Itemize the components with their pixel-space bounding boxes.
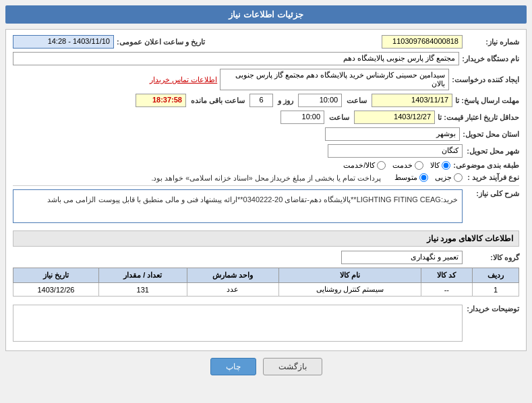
goods-group-label: گروه کالا: [465, 253, 519, 262]
purchase-option-jozi-label: جزیی [435, 173, 452, 182]
need-number-label: شماره نیاز: [465, 38, 519, 46]
goods-table-section: ردیف کد کالا نام کالا واحد شمارش تعداد /… [13, 268, 519, 297]
cell-name: سیستم کنترل روشنایی [278, 283, 421, 297]
response-time: 10:00 [298, 94, 342, 107]
price-date: 1403/12/27 [354, 111, 435, 124]
city-label: شهر محل تحویل: [465, 147, 519, 156]
page-wrapper: جزئیات اطلاعات نیاز شماره نیاز: 11030976… [0, 0, 532, 403]
description-text: خرید:LIGHTING FITING CEAG**پالایشگاه دهم… [47, 195, 458, 204]
cell-date: 1403/12/26 [13, 283, 99, 297]
cell-quantity: 131 [98, 283, 187, 297]
category-radio-kala-khedmat[interactable] [377, 161, 386, 170]
print-button[interactable]: چاپ [210, 358, 256, 375]
row-buyer-note: توضیحات خریدار: [13, 302, 519, 342]
category-option-kala: کالا [430, 161, 450, 170]
category-radio-group: کالا خدمت کالا/خدمت [343, 161, 450, 170]
page-title: جزئیات اطلاعات نیاز [229, 9, 303, 20]
date-label: تاریخ و ساعت اعلان عمومی: [117, 38, 205, 46]
category-option-khedmat: خدمت [392, 161, 423, 170]
col-unit: واحد شمارش [187, 268, 278, 283]
cell-code: -- [421, 283, 473, 297]
category-option-kala-khedmat-label: کالا/خدمت [343, 161, 375, 170]
cell-unit: عدد [187, 283, 278, 297]
page-header: جزئیات اطلاعات نیاز [5, 5, 527, 24]
main-card: شماره نیاز: 1103097684000818 تاریخ و ساع… [5, 29, 527, 351]
col-code: کد کالا [421, 268, 473, 283]
purchase-option-jozi: جزیی [435, 173, 463, 182]
description-value: خرید:LIGHTING FITING CEAG**پالایشگاه دهم… [13, 189, 463, 223]
col-row: ردیف [473, 268, 519, 283]
purchase-type-label: نوع فرآیند خرید : [465, 173, 519, 182]
category-option-khedmat-label: خدمت [392, 161, 413, 170]
purchase-option-motevaset-label: متوسط [394, 173, 417, 182]
description-label: شرح کلی نیاز: [465, 189, 519, 198]
col-date: تاریخ نیاز [13, 268, 99, 283]
row-purchase-type: نوع فرآیند خرید : جزیی متوسط پرداخت تمام… [13, 173, 519, 182]
price-deadline-label: حداقل تاریخ اعتبار قیمت: تا [438, 113, 519, 122]
province-value: بوشهر [325, 127, 460, 141]
row-response-deadline: مهلت ارسال پاسخ: تا 1403/11/17 ساعت 10:0… [13, 94, 519, 107]
col-qty: تعداد / مقدار [98, 268, 187, 283]
province-label: استان محل تحویل: [463, 130, 519, 139]
response-day: 6 [249, 94, 273, 107]
goods-table: ردیف کد کالا نام کالا واحد شمارش تعداد /… [13, 268, 519, 297]
buyer-note-label: توضیحات خریدار: [465, 302, 519, 313]
col-name: نام کالا [278, 268, 421, 283]
response-time-label: ساعت [347, 96, 367, 105]
row-need-number: شماره نیاز: 1103097684000818 تاریخ و ساع… [13, 35, 519, 49]
buyer-note-box [13, 305, 463, 342]
response-date: 1403/11/17 [372, 94, 452, 107]
button-bar: بازگشت چاپ [5, 358, 527, 375]
row-city: شهر محل تحویل: کنگان [13, 144, 519, 158]
city-value: کنگان [328, 144, 463, 158]
contact-link[interactable]: اطلاعات تماس خریدار [150, 75, 217, 84]
purchase-radio-jozi[interactable] [454, 173, 463, 182]
category-option-kala-khedmat: کالا/خدمت [343, 161, 386, 170]
purchase-radio-group: جزیی متوسط [394, 173, 463, 182]
buyer-value: مجتمع گاز پارس جنوبی پالایشگاه دهم [13, 52, 459, 65]
category-radio-khedmat[interactable] [415, 161, 423, 170]
price-time-label: ساعت [329, 113, 349, 122]
category-label: طبقه بندی موضوعی: [453, 161, 519, 170]
back-button[interactable]: بازگشت [263, 358, 322, 375]
goods-info-title: اطلاعات کالاهای مورد نیاز [13, 230, 519, 247]
creator-label: ایجاد کننده درخواست: [452, 75, 519, 84]
response-day-label: روز و [278, 96, 293, 105]
row-province: استان محل تحویل: بوشهر [13, 127, 519, 141]
goods-group-value: تعمیر و نگهداری [341, 251, 463, 264]
row-description: شرح کلی نیاز: خرید:LIGHTING FITING CEAG*… [13, 189, 519, 227]
purchase-radio-motevaset[interactable] [419, 173, 428, 182]
category-option-kala-label: کالا [430, 161, 440, 170]
divider-1 [13, 185, 519, 186]
row-price-deadline: حداقل تاریخ اعتبار قیمت: تا 1403/12/27 س… [13, 111, 519, 124]
purchase-option-motevaset: متوسط [394, 173, 428, 182]
response-deadline-label: مهلت ارسال پاسخ: تا [455, 96, 519, 105]
table-row: 1--سیستم کنترل روشناییعدد1311403/12/26 [13, 283, 519, 297]
cell-row: 1 [473, 283, 519, 297]
date-value: 1403/11/10 - 14:28 [13, 35, 114, 49]
row-category: طبقه بندی موضوعی: کالا خدمت کالا/خدمت [13, 161, 519, 170]
row-goods-group: گروه کالا: تعمیر و نگهداری [13, 251, 519, 264]
creator-value: سیدامین حسینی کارشناس خرید پالایشگاه دهم… [220, 69, 449, 90]
price-time: 10:00 [280, 111, 324, 124]
category-radio-kala[interactable] [442, 161, 450, 170]
table-header-row: ردیف کد کالا نام کالا واحد شمارش تعداد /… [13, 268, 519, 283]
response-remaining-time: 18:37:58 [136, 94, 186, 107]
need-number-value: 1103097684000818 [382, 35, 463, 49]
response-remaining-label: ساعت باقی مانده [191, 96, 245, 105]
row-creator: ایجاد کننده درخواست: سیدامین حسینی کارشن… [13, 69, 519, 90]
payment-note: پرداخت تمام یا بخشی از مبلغ خریداز محل «… [151, 174, 381, 182]
row-buyer: نام دستگاه خریدار: مجتمع گاز پارس جنوبی … [13, 52, 519, 65]
buyer-label: نام دستگاه خریدار: [462, 55, 519, 63]
